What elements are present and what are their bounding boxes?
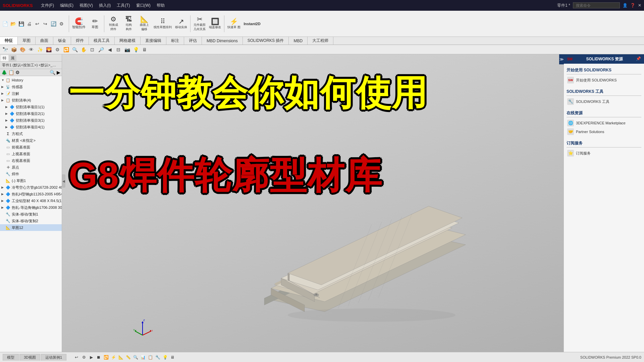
filter-tab[interactable]: 🔍 (50, 70, 55, 75)
tree-item-cut4[interactable]: ▶ 🔷 切割清单项目4(1) (0, 124, 62, 130)
toolbar-convert-weld[interactable]: ⚙ 转换成 焊件 (106, 15, 121, 32)
tree-item-top-plane[interactable]: ▭ 上视基准面 (0, 150, 62, 157)
tab-direct-edit[interactable]: 直接编辑 (141, 37, 166, 45)
rp-item-3dexp[interactable]: 🌐 3DEXPERIENCE Marketplace (567, 119, 641, 127)
tab-surface[interactable]: 曲面 (36, 37, 53, 45)
zoom-box-icon[interactable]: 🔍 (71, 46, 78, 53)
zoom-fit-icon[interactable]: ⊡ (89, 46, 96, 53)
property-tab[interactable]: 📋 (8, 70, 14, 75)
open-icon[interactable]: 📂 (9, 20, 17, 27)
tree-item-cutlist[interactable]: ▶ 📋 切割清单(4) (0, 97, 62, 104)
toolbar-smart-fastener[interactable]: 🧲 智能扣件 (71, 17, 87, 30)
toolbar-instant2d[interactable]: Instant2D (243, 21, 262, 26)
scene-icon[interactable]: 🌄 (45, 46, 52, 53)
save-icon[interactable]: 💾 (17, 20, 25, 27)
edit-appear-icon[interactable]: ✨ (36, 46, 44, 53)
help-icon[interactable]: ❓ (630, 3, 635, 8)
bottom-tab-motion[interactable]: 运动算例1 (41, 354, 66, 361)
bottom-tab-model[interactable]: 模型 (3, 354, 19, 361)
tree-item-h-beam[interactable]: ▶ 🔷 热轧H型钢gb11263-2005 H95×4 (0, 191, 62, 197)
tree-item-equations[interactable]: Σ 方程式 (0, 130, 62, 137)
bt-icon-10[interactable]: 📊 (140, 354, 146, 361)
tab-mesh[interactable]: 网格建模 (115, 37, 141, 45)
bt-icon-13[interactable]: 💡 (162, 354, 168, 361)
toolbar-sketch[interactable]: ✏ 草图 (88, 17, 102, 30)
tree-item-aluminum[interactable]: ▶ 🔷 工业铝型材 40 X 408 X R4.5(1) (0, 197, 62, 204)
rp-item-partner[interactable]: 🤝 Partner Solutions (567, 127, 641, 136)
lp-tab-property[interactable]: 属 (9, 55, 16, 61)
bt-icon-12[interactable]: 🔧 (154, 354, 161, 361)
bt-icon-3[interactable]: ▶ (88, 354, 95, 361)
tab-engineer[interactable]: 大工程师 (308, 37, 333, 45)
main-viewport[interactable]: 一分钟教会你如何使用 G8焊件轮廓型材库 Z X Y (62, 54, 564, 352)
rotate-icon[interactable]: 🔁 (62, 46, 70, 53)
tab-sketch[interactable]: 草图 (18, 37, 36, 45)
bt-icon-7[interactable]: 📐 (117, 354, 124, 361)
menu-file[interactable]: 文件(F) (38, 2, 57, 9)
right-panel-collapse-button[interactable]: ≫ (559, 54, 564, 64)
user-icon[interactable]: 👤 (623, 3, 628, 8)
tree-item-material[interactable]: 🔩 材质 <未指定> (0, 137, 62, 144)
bottom-tab-3dview[interactable]: 3D视图 (19, 354, 40, 361)
bt-icon-5[interactable]: 🔁 (103, 354, 109, 361)
view-orient-icon[interactable]: 🔭 (1, 46, 9, 53)
monitor-icon[interactable]: 🖥 (141, 46, 148, 53)
toolbar-move-body[interactable]: ↗ 移动实体 (174, 17, 189, 30)
tree-item-hollow-tube[interactable]: ▶ 🔷 冷弯空心方管gb16728-2002 40 X (0, 184, 62, 191)
bt-icon-9[interactable]: 🔍 (132, 354, 139, 361)
config-tab[interactable]: ⚙ (15, 70, 20, 75)
bt-icon-8[interactable]: 📏 (125, 354, 131, 361)
close-icon[interactable]: ✕ (638, 3, 641, 8)
tree-item-cut2[interactable]: ▶ 🔷 切割清单项目2(1) (0, 110, 62, 117)
tree-item-sensor[interactable]: ▶ 📡 传感器 (0, 83, 62, 90)
toolbar-end-cap[interactable]: 🔲 端盖修改 (208, 17, 222, 30)
panel-collapse-handle[interactable]: ◀ (62, 174, 65, 188)
bt-icon-14[interactable]: 🖥 (169, 354, 176, 361)
expand-arrow-right[interactable]: ▶ (57, 70, 60, 75)
tree-item-move2[interactable]: 🔧 实体-移动/复制2 (0, 218, 62, 224)
toolbar-quick-sketch[interactable]: ⚡ 快速草 图 (226, 17, 242, 30)
view-setting-icon[interactable]: ⚙ (54, 46, 61, 53)
tab-feature[interactable]: 特征 (0, 37, 18, 45)
tab-mbd-dim[interactable]: MBD Dimensions (202, 37, 243, 45)
tab-sw-plugin[interactable]: SOLIDWORKS 插件 (243, 37, 289, 45)
bt-icon-11[interactable]: 📋 (147, 354, 154, 361)
tab-mbd[interactable]: MBD (289, 37, 308, 45)
section-view-icon[interactable]: ⊟ (115, 46, 122, 53)
tab-weldment[interactable]: 焊件 (71, 37, 89, 45)
redo-icon[interactable]: ↪ (42, 20, 49, 27)
tree-item-weldment[interactable]: 🔧 焊件 (0, 171, 62, 177)
options-icon[interactable]: ⚙ (58, 20, 65, 27)
lights-icon[interactable]: 💡 (132, 46, 140, 53)
rp-item-start-sw[interactable]: SW 开始使用 SOLIDWORKS (567, 76, 641, 84)
pan-icon[interactable]: ✋ (80, 46, 87, 53)
bt-icon-2[interactable]: ⚙ (80, 354, 87, 361)
tab-annotation[interactable]: 标注 (166, 37, 184, 45)
tree-item-cut1[interactable]: ▶ 🔷 切割清单项目1(1) (0, 104, 62, 110)
display-style-icon[interactable]: 🎨 (19, 46, 26, 53)
hide-show-icon[interactable]: 👁 (28, 46, 35, 53)
tree-item-annotation[interactable]: ▶ 📝 注解 (0, 90, 62, 97)
command-search-input[interactable] (573, 2, 620, 8)
tree-item-sketch1[interactable]: 📐 (-) 草图1 (0, 177, 62, 184)
pin-icon[interactable]: 📌 (636, 56, 641, 62)
lp-tab-feature[interactable]: 特 (1, 55, 8, 61)
tree-item-angle-iron[interactable]: ▶ 🔷 热轧-等边角钢gb1706-2008 30 X 3 (0, 204, 62, 211)
bt-icon-1[interactable]: ↩ (73, 354, 80, 361)
menu-insert[interactable]: 插入(I) (96, 2, 113, 9)
rebuild-icon[interactable]: 🔄 (50, 20, 57, 27)
view-section-icon[interactable]: 📦 (10, 46, 17, 53)
toolbar-linear-array[interactable]: ⠿ 线性草图排列 (152, 17, 173, 30)
new-icon[interactable]: 📄 (1, 20, 9, 27)
tab-mold[interactable]: 模具工具 (89, 37, 115, 45)
menu-view[interactable]: 视图(V) (77, 2, 96, 9)
tree-item-origin[interactable]: ✚ 原点 (0, 164, 62, 171)
toolbar-trim-body[interactable]: ✂ 元件裁剪 几何关系 (192, 15, 207, 32)
menu-tools[interactable]: 工具(T) (114, 2, 132, 9)
tree-item-front-plane[interactable]: ▭ 前视基准面 (0, 144, 62, 150)
undo-icon[interactable]: ↩ (34, 20, 41, 27)
menu-help[interactable]: 帮助 (154, 2, 167, 9)
toolbar-surface-offset[interactable]: 📐 曲面上 偏移 (137, 15, 152, 32)
prev-view-icon[interactable]: ◀ (106, 46, 113, 53)
feature-tree-tab[interactable]: 🌲 (1, 70, 7, 75)
